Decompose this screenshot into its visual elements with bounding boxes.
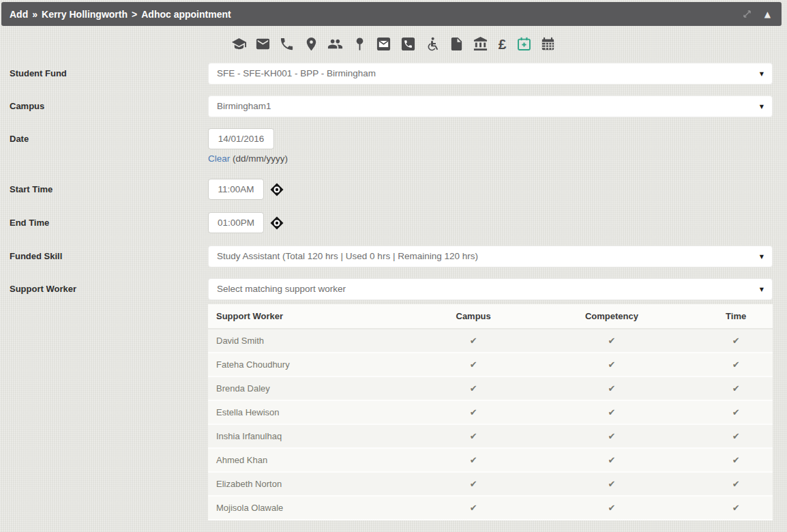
- funded-skill-select[interactable]: Study Assistant (Total 120 hrs | Used 0 …: [208, 246, 773, 267]
- start-time-input[interactable]: [208, 179, 264, 200]
- campus-select[interactable]: Birmingham1 ▼: [208, 95, 773, 117]
- check-icon: ✔: [699, 329, 773, 353]
- col-campus: Campus: [423, 304, 524, 329]
- check-icon: ✔: [423, 376, 524, 400]
- map-marker-icon[interactable]: [303, 36, 319, 52]
- end-time-row: End Time: [10, 212, 773, 233]
- chevron-down-icon: ▼: [760, 63, 764, 85]
- expand-icon[interactable]: [742, 9, 752, 19]
- campus-row: Campus Birmingham1 ▼: [10, 95, 773, 117]
- date-input[interactable]: [208, 128, 274, 149]
- date-row: Date Clear (dd/mm/yyyy): [10, 128, 773, 164]
- check-icon: ✔: [423, 353, 524, 376]
- phone-square-icon[interactable]: [400, 36, 416, 52]
- funded-skill-row: Funded Skill Study Assistant (Total 120 …: [10, 246, 773, 267]
- campus-label: Campus: [10, 95, 208, 117]
- table-row[interactable]: Inshia Irfanulhaq ✔ ✔ ✔: [208, 424, 773, 448]
- breadcrumb-page-title: Adhoc appointment: [141, 9, 231, 20]
- date-label: Date: [10, 128, 208, 164]
- worker-name: Mojisola Olawale: [208, 496, 423, 520]
- campus-value: Birmingham1: [217, 101, 271, 111]
- clear-date-link[interactable]: Clear: [208, 153, 230, 164]
- collapse-caret-icon[interactable]: ▲: [764, 10, 771, 18]
- check-icon: ✔: [524, 496, 700, 520]
- table-header-row: Support Worker Campus Competency Time: [208, 304, 773, 329]
- calendar-icon[interactable]: [540, 36, 556, 52]
- student-fund-row: Student Fund SFE - SFE-KH001 - BPP - Bir…: [10, 63, 773, 85]
- col-time: Time: [699, 304, 773, 329]
- table-row[interactable]: David Smith ✔ ✔ ✔: [208, 329, 773, 353]
- breadcrumb-separator: >: [128, 9, 141, 20]
- check-icon: ✔: [524, 376, 700, 400]
- table-row[interactable]: Fateha Choudhury ✔ ✔ ✔: [208, 353, 773, 376]
- calendar-plus-icon[interactable]: [516, 36, 532, 52]
- table-row[interactable]: Elizabeth Norton ✔ ✔ ✔: [208, 472, 773, 496]
- support-worker-label: Support Worker: [10, 278, 208, 300]
- wheelchair-icon[interactable]: [424, 36, 440, 52]
- date-format-hint: (dd/mm/yyyy): [233, 153, 288, 164]
- graduation-cap-icon[interactable]: [231, 36, 247, 52]
- users-group-icon[interactable]: [327, 36, 343, 52]
- table-row[interactable]: Mojisola Olawale ✔ ✔ ✔: [208, 496, 773, 520]
- worker-name: Inshia Irfanulhaq: [208, 424, 423, 448]
- breadcrumb-separator: »: [28, 9, 42, 20]
- funded-skill-label: Funded Skill: [10, 246, 208, 267]
- student-fund-label: Student Fund: [10, 63, 208, 85]
- round-pin-icon[interactable]: [352, 36, 368, 52]
- titlebar-controls: ▲: [742, 2, 771, 26]
- worker-name: Fateha Choudhury: [208, 353, 423, 376]
- support-worker-table: Support Worker Campus Competency Time Da…: [208, 304, 773, 520]
- date-hint: Clear (dd/mm/yyyy): [208, 153, 773, 164]
- chevron-down-icon: ▼: [760, 96, 764, 117]
- support-worker-select[interactable]: Select matching support worker ▼: [208, 278, 773, 300]
- adhoc-appointment-form: Student Fund SFE - SFE-KH001 - BPP - Bir…: [0, 63, 787, 520]
- student-toolbar: £: [0, 26, 787, 63]
- check-icon: ✔: [524, 353, 700, 376]
- time-picker-target-icon[interactable]: [270, 183, 284, 196]
- check-icon: ✔: [699, 472, 773, 496]
- col-competency: Competency: [524, 304, 700, 329]
- worker-name: Elizabeth Norton: [208, 472, 423, 496]
- check-icon: ✔: [524, 448, 700, 472]
- worker-name: Ahmed Khan: [208, 448, 423, 472]
- check-icon: ✔: [423, 496, 524, 520]
- worker-name: David Smith: [208, 329, 423, 353]
- check-icon: ✔: [423, 448, 524, 472]
- chevron-down-icon: ▼: [760, 246, 764, 267]
- breadcrumb-add: Add: [10, 9, 28, 20]
- envelope-square-icon[interactable]: [376, 36, 391, 52]
- check-icon: ✔: [699, 496, 773, 520]
- support-worker-value: Select matching support worker: [217, 284, 346, 294]
- envelope-icon[interactable]: [255, 36, 271, 52]
- check-icon: ✔: [423, 400, 524, 424]
- check-icon: ✔: [699, 400, 773, 424]
- check-icon: ✔: [699, 448, 773, 472]
- table-row[interactable]: Estella Hewison ✔ ✔ ✔: [208, 400, 773, 424]
- support-worker-table-wrap: Support Worker Campus Competency Time Da…: [208, 304, 773, 520]
- check-icon: ✔: [524, 424, 700, 448]
- support-worker-row: Support Worker Select matching support w…: [10, 278, 773, 300]
- chevron-down-icon: ▼: [760, 279, 764, 300]
- end-time-input[interactable]: [208, 212, 264, 233]
- check-icon: ✔: [524, 329, 700, 353]
- col-support-worker: Support Worker: [208, 304, 423, 329]
- time-picker-target-icon[interactable]: [270, 216, 284, 230]
- pound-icon[interactable]: £: [497, 36, 508, 52]
- end-time-label: End Time: [10, 212, 208, 233]
- worker-name: Estella Hewison: [208, 400, 423, 424]
- check-icon: ✔: [524, 472, 700, 496]
- panel-titlebar: Add » Kerry Hollingworth > Adhoc appoint…: [1, 2, 782, 26]
- breadcrumb-student-name: Kerry Hollingworth: [42, 9, 128, 20]
- check-icon: ✔: [423, 424, 524, 448]
- student-fund-select[interactable]: SFE - SFE-KH001 - BPP - Birmingham ▼: [208, 63, 773, 85]
- check-icon: ✔: [423, 329, 524, 353]
- table-row[interactable]: Ahmed Khan ✔ ✔ ✔: [208, 448, 773, 472]
- bank-icon[interactable]: [473, 36, 488, 52]
- table-row[interactable]: Brenda Daley ✔ ✔ ✔: [208, 376, 773, 400]
- student-fund-value: SFE - SFE-KH001 - BPP - Birmingham: [217, 68, 376, 78]
- start-time-row: Start Time: [10, 179, 773, 200]
- document-icon[interactable]: [449, 36, 464, 52]
- check-icon: ✔: [699, 353, 773, 376]
- phone-icon[interactable]: [279, 36, 295, 52]
- start-time-label: Start Time: [10, 179, 208, 200]
